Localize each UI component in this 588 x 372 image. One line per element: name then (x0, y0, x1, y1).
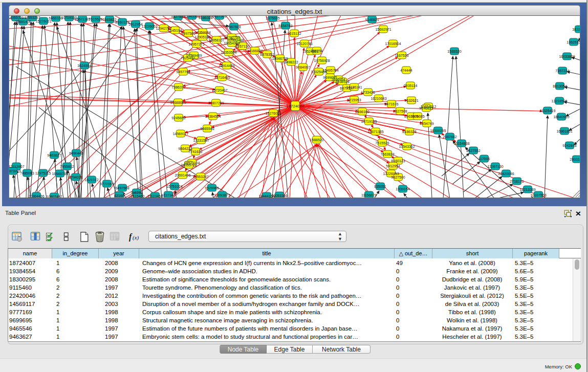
svg-text:6794028: 6794028 (69, 176, 82, 179)
svg-text:9084067: 9084067 (296, 65, 310, 69)
svg-text:19166829: 19166829 (247, 49, 263, 53)
svg-text:11156829: 11156829 (361, 193, 377, 197)
svg-text:11353594: 11353594 (221, 51, 237, 54)
svg-text:11123456: 11123456 (147, 194, 163, 198)
svg-text:9327508: 9327508 (393, 110, 407, 113)
svg-text:13226053: 13226053 (383, 172, 399, 176)
svg-text:16210643: 16210643 (371, 97, 386, 100)
svg-text:9777169: 9777169 (100, 182, 114, 186)
svg-text:13218506: 13218506 (551, 99, 567, 103)
svg-text:6497568: 6497568 (115, 186, 129, 190)
svg-text:5912954: 5912954 (128, 23, 142, 26)
svg-text:14055721: 14055721 (181, 163, 197, 167)
svg-text:19384554: 19384554 (205, 115, 221, 118)
svg-text:(x): (x) (133, 234, 139, 241)
svg-text:17957275: 17957275 (188, 42, 204, 46)
svg-text:7955812: 7955812 (60, 165, 74, 168)
svg-text:7625402: 7625402 (181, 56, 194, 60)
svg-text:9227342: 9227342 (161, 193, 175, 197)
svg-text:18300295: 18300295 (430, 129, 446, 133)
svg-text:15751074: 15751074 (166, 185, 182, 188)
svg-text:18807289: 18807289 (208, 101, 224, 105)
svg-text:7485063: 7485063 (20, 171, 34, 175)
svg-text:15276021: 15276021 (265, 112, 281, 115)
svg-text:6990448: 6990448 (69, 151, 83, 155)
svg-text:16154838: 16154838 (453, 142, 469, 145)
svg-text:1167533: 1167533 (395, 54, 409, 57)
svg-text:62160: 62160 (114, 194, 124, 198)
svg-text:15495764: 15495764 (322, 69, 338, 72)
svg-text:2087682: 2087682 (443, 135, 456, 139)
svg-text:14055721: 14055721 (9, 16, 24, 19)
svg-text:8160123: 8160123 (391, 159, 405, 163)
svg-text:9457791: 9457791 (176, 70, 190, 74)
svg-text:10973493: 10973493 (9, 169, 21, 173)
svg-text:10120746: 10120746 (296, 42, 312, 46)
svg-text:17016504: 17016504 (385, 42, 401, 46)
svg-text:20691406: 20691406 (15, 20, 31, 24)
svg-text:2803144: 2803144 (570, 158, 580, 161)
svg-text:13231557: 13231557 (193, 139, 209, 142)
svg-text:7663822: 7663822 (380, 152, 394, 156)
svg-text:835051: 835051 (374, 185, 386, 188)
svg-text:9115460: 9115460 (131, 194, 145, 198)
svg-text:9327500: 9327500 (391, 176, 405, 179)
svg-text:12093873: 12093873 (214, 193, 230, 197)
svg-text:3215953: 3215953 (347, 98, 361, 102)
svg-text:14136141: 14136141 (346, 85, 362, 89)
svg-text:1939154: 1939154 (396, 187, 409, 191)
svg-text:20364436: 20364436 (28, 194, 44, 198)
svg-text:474444: 474444 (400, 69, 412, 72)
svg-text:1733426: 1733426 (361, 91, 375, 94)
svg-text:12213967: 12213967 (9, 165, 25, 168)
svg-text:8267130: 8267130 (235, 45, 249, 48)
svg-text:8471676: 8471676 (384, 102, 398, 106)
svg-text:10807487: 10807487 (46, 195, 62, 199)
svg-text:2718176: 2718176 (510, 180, 524, 183)
svg-text:7632621: 7632621 (404, 99, 418, 102)
svg-text:12213389: 12213389 (519, 188, 535, 191)
svg-text:16033809: 16033809 (559, 55, 575, 58)
svg-text:5912954: 5912954 (386, 164, 400, 168)
svg-text:16648784: 16648784 (52, 172, 68, 176)
svg-text:7386372: 7386372 (171, 85, 185, 89)
svg-text:9146821: 9146821 (419, 106, 433, 110)
svg-text:13226053: 13226053 (141, 25, 157, 28)
svg-text:20691406: 20691406 (175, 173, 190, 177)
svg-text:1615132: 1615132 (287, 32, 301, 35)
svg-text:3624554: 3624554 (77, 64, 91, 68)
svg-text:7741632: 7741632 (188, 150, 202, 154)
svg-text:117006: 117006 (478, 157, 490, 161)
svg-text:252254: 252254 (311, 49, 322, 53)
svg-text:8454749: 8454749 (420, 122, 433, 125)
svg-text:9245652: 9245652 (171, 116, 185, 120)
svg-text:8186328: 8186328 (199, 16, 212, 19)
svg-text:19553287: 19553287 (192, 175, 208, 179)
svg-text:1621072: 1621072 (84, 178, 98, 182)
svg-text:13267130: 13267130 (487, 165, 503, 168)
svg-text:8186328: 8186328 (402, 130, 416, 134)
svg-text:1362615: 1362615 (567, 40, 580, 44)
svg-text:16671385: 16671385 (74, 17, 90, 21)
svg-text:8878352: 8878352 (260, 53, 274, 56)
svg-text:16914479: 16914479 (219, 64, 234, 68)
svg-text:8498222: 8498222 (284, 60, 298, 64)
svg-text:7663822: 7663822 (102, 18, 116, 21)
svg-text:11325419: 11325419 (540, 109, 556, 113)
svg-text:9146821: 9146821 (365, 18, 379, 21)
svg-text:746266: 746266 (130, 191, 142, 194)
svg-text:10543362: 10543362 (399, 145, 415, 148)
svg-text:15716485: 15716485 (214, 76, 230, 79)
svg-text:10046708: 10046708 (272, 57, 288, 60)
svg-text:3375685: 3375685 (410, 115, 424, 118)
svg-text:2935114: 2935114 (404, 84, 418, 87)
svg-text:17359924: 17359924 (194, 31, 210, 34)
svg-text:1588520: 1588520 (447, 50, 461, 53)
svg-text:9242848: 9242848 (562, 144, 576, 147)
svg-text:9529966: 9529966 (205, 186, 219, 190)
svg-text:12975115: 12975115 (35, 171, 51, 175)
svg-text:10958107: 10958107 (208, 38, 224, 42)
svg-text:8454749: 8454749 (278, 24, 292, 28)
svg-text:9465546: 9465546 (200, 127, 214, 130)
svg-text:1588520: 1588520 (310, 138, 323, 142)
